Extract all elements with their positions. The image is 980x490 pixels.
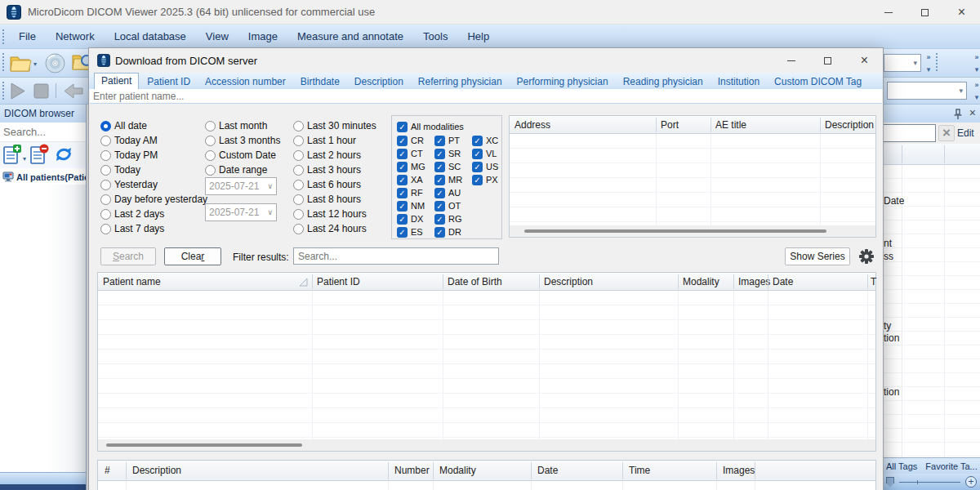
column-description[interactable]: Description (132, 461, 181, 481)
tab-accession-number[interactable]: Accession number (198, 74, 292, 89)
column-images[interactable]: Images (723, 461, 755, 481)
checkbox-modality-us[interactable]: ✓US (472, 160, 498, 173)
column-patient-id[interactable]: Patient ID (317, 273, 360, 291)
filter-results-input[interactable] (294, 248, 498, 264)
menu-measure-annotate[interactable]: Measure and annotate (287, 27, 413, 47)
radio-yesterday[interactable]: Yesterday (100, 177, 207, 192)
tab-favorite-tags[interactable]: Favorite Ta... (921, 461, 980, 471)
scrollbar-thumb[interactable] (106, 443, 302, 447)
zoom-in-button[interactable]: + (965, 476, 977, 488)
column-port[interactable]: Port (661, 116, 679, 134)
open-folder-icon[interactable] (10, 54, 32, 75)
server-table-scrollbar[interactable] (510, 225, 875, 237)
column-number-sign[interactable]: # (105, 461, 110, 481)
open-cd-icon[interactable] (44, 52, 66, 77)
radio-last-2-hours[interactable]: Last 2 hours (293, 148, 376, 163)
column-description[interactable]: Description (544, 273, 593, 291)
checkbox-modality-px[interactable]: ✓PX (472, 173, 498, 186)
add-source-icon[interactable] (2, 144, 22, 167)
column-time-cut[interactable]: T (871, 273, 876, 291)
menu-local-database[interactable]: Local database (105, 27, 196, 47)
tab-birthdate[interactable]: Birthdate (294, 74, 346, 89)
search-button[interactable]: Search (100, 247, 156, 265)
tab-reading-physician[interactable]: Reading physician (617, 74, 710, 89)
pin-icon[interactable] (954, 109, 962, 122)
radio-custom-date[interactable]: Custom Date (205, 148, 280, 163)
results-table-scrollbar[interactable] (98, 439, 875, 451)
checkbox-modality-xc[interactable]: ✓XC (472, 134, 498, 147)
tab-all-tags[interactable]: All Tags (882, 461, 921, 471)
play-icon[interactable] (8, 82, 27, 103)
column-time[interactable]: Time (629, 461, 650, 481)
column-date-of-birth[interactable]: Date of Birth (448, 273, 502, 291)
tab-description[interactable]: Description (348, 74, 410, 89)
radio-last-month[interactable]: Last month (205, 118, 280, 133)
column-modality[interactable]: Modality (683, 273, 719, 291)
checkbox-modality-rg[interactable]: ✓RG (434, 212, 462, 225)
tab-custom-dicom-tag[interactable]: Custom DICOM Tag (768, 74, 868, 89)
stop-icon[interactable] (33, 82, 50, 102)
scrollbar-thumb[interactable] (524, 229, 826, 233)
dialog-maximize-button[interactable] (809, 48, 846, 73)
radio-all-date[interactable]: All date (100, 118, 207, 133)
clear-search-icon[interactable]: × (938, 125, 955, 141)
minimize-button[interactable] (870, 0, 906, 24)
patient-name-input[interactable] (90, 89, 882, 103)
tree-item-all-patients[interactable]: All patients(Patie (0, 170, 86, 185)
back-arrow-icon[interactable] (63, 82, 84, 103)
edit-button[interactable]: Edit (957, 127, 974, 139)
close-panel-icon[interactable]: × (969, 106, 976, 119)
column-date[interactable]: Date (773, 273, 793, 291)
checkbox-all-modalities[interactable]: ✓ All modalities (397, 119, 464, 134)
refresh-icon[interactable] (53, 145, 74, 167)
checkbox-modality-sc[interactable]: ✓SC (434, 160, 462, 173)
column-address[interactable]: Address (514, 116, 550, 134)
radio-today-pm[interactable]: Today PM (100, 148, 207, 163)
date-from-combobox[interactable]: 2025-07-21 ∨ (205, 177, 277, 195)
browser-search-input[interactable] (0, 122, 86, 141)
radio-day-before-yesterday[interactable]: Day before yesterday (100, 192, 207, 207)
menu-image[interactable]: Image (238, 27, 287, 47)
menu-tools[interactable]: Tools (413, 27, 457, 47)
open-dropdown-arrow-icon[interactable]: ▾ (33, 60, 37, 68)
checkbox-modality-rf[interactable]: ✓RF (397, 186, 425, 199)
add-dropdown-arrow-icon[interactable]: ▾ (23, 155, 26, 163)
radio-today[interactable]: Today (100, 163, 207, 177)
radio-last-24-hours[interactable]: Last 24 hours (293, 221, 376, 236)
tab-performing-physician[interactable]: Performing physician (510, 74, 615, 89)
checkbox-modality-es[interactable]: ✓ES (397, 225, 425, 238)
menu-help[interactable]: Help (457, 27, 499, 47)
checkbox-modality-cr[interactable]: ✓CR (397, 134, 425, 147)
settings-button[interactable] (855, 246, 878, 267)
zoom-slider-thumb[interactable] (886, 477, 894, 488)
checkbox-modality-mr[interactable]: ✓MR (434, 173, 462, 186)
checkbox-modality-xa[interactable]: ✓XA (397, 173, 425, 186)
checkbox-modality-dx[interactable]: ✓DX (397, 212, 425, 225)
maximize-button[interactable] (906, 0, 943, 24)
radio-last-7-days[interactable]: Last 7 days (100, 221, 207, 236)
checkbox-modality-ct[interactable]: ✓CT (397, 147, 425, 160)
remove-source-icon[interactable] (29, 144, 49, 167)
radio-last-1-hour[interactable]: Last 1 hour (293, 133, 376, 148)
menu-file[interactable]: File (9, 27, 46, 47)
tab-patient-id[interactable]: Patient ID (140, 74, 197, 89)
column-description[interactable]: Description (825, 116, 874, 134)
checkbox-modality-nm[interactable]: ✓NM (397, 199, 425, 212)
close-button[interactable]: × (943, 0, 980, 24)
toolbar-overflow[interactable]: » ▾ (972, 53, 980, 74)
checkbox-modality-vl[interactable]: ✓VL (472, 147, 498, 160)
toolbar-combobox[interactable]: ▾ (884, 54, 921, 72)
radio-last-30-minutes[interactable]: Last 30 minutes (293, 118, 376, 133)
radio-last-3-months[interactable]: Last 3 months (205, 133, 280, 148)
column-modality[interactable]: Modality (439, 461, 476, 481)
browser-horizontal-scrollbar[interactable] (0, 472, 86, 484)
column-ae-title[interactable]: AE title (715, 116, 746, 134)
radio-today-am[interactable]: Today AM (100, 133, 207, 148)
checkbox-modality-ot[interactable]: ✓OT (434, 199, 462, 212)
checkbox-modality-pt[interactable]: ✓PT (434, 134, 462, 147)
menu-network[interactable]: Network (46, 27, 105, 47)
column-number[interactable]: Number (394, 461, 430, 481)
radio-last-2-days[interactable]: Last 2 days (100, 207, 207, 221)
dialog-minimize-button[interactable] (773, 48, 809, 73)
radio-last-6-hours[interactable]: Last 6 hours (293, 177, 376, 192)
